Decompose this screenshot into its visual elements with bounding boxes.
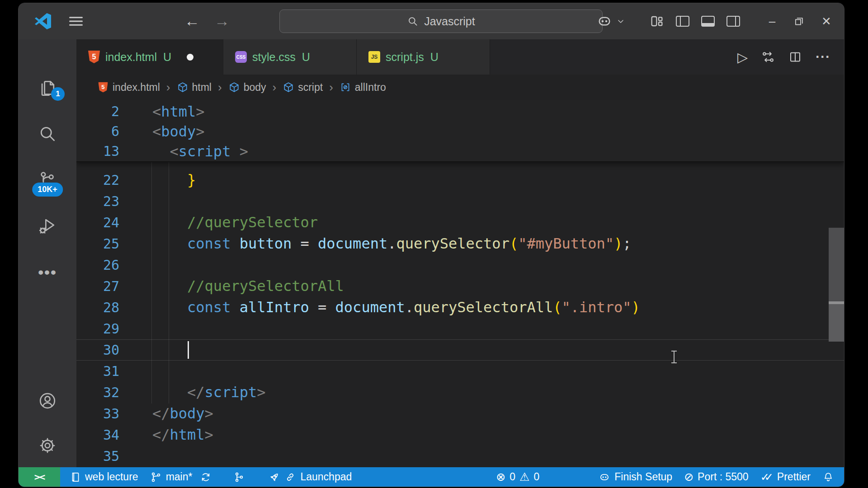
launchpad-item[interactable]: Launchpad <box>263 467 358 487</box>
copilot-button[interactable] <box>596 13 625 29</box>
code-line[interactable]: 23 <box>76 191 844 212</box>
run-file-button[interactable]: ▷ <box>737 49 748 65</box>
search-icon <box>38 124 57 144</box>
text-caret <box>188 341 189 359</box>
command-search-input[interactable]: Javascript <box>279 9 603 33</box>
search-text: Javascript <box>424 15 475 28</box>
remote-indicator[interactable]: >< <box>19 467 60 487</box>
search-button[interactable] <box>19 111 76 157</box>
prettier-item[interactable]: ✓✓ Prettier <box>755 467 816 487</box>
line-number: 29 <box>76 318 119 339</box>
line-content: const allIntro = document.querySelectorA… <box>119 297 640 318</box>
tab-label: style.css <box>252 51 296 64</box>
minimize-button[interactable]: – <box>764 14 780 28</box>
code-line[interactable]: 29 <box>76 318 844 339</box>
problems-item[interactable]: ⊗ 0 ⚠ 0 <box>490 467 545 487</box>
customize-layout-icon[interactable] <box>650 14 664 28</box>
symbol-module-icon <box>283 81 294 93</box>
git-status-badge: U <box>302 51 310 64</box>
split-editor-icon[interactable] <box>788 50 802 64</box>
gear-icon <box>38 436 57 455</box>
back-arrow-button[interactable]: ← <box>182 10 202 31</box>
js-icon: JS <box>368 51 380 63</box>
settings-button[interactable] <box>19 424 76 467</box>
line-content: <body> <box>119 122 205 141</box>
breadcrumb-allintro[interactable]: allIntro <box>340 81 386 94</box>
additional-views-button[interactable]: ••• <box>19 249 76 295</box>
git-graph-icon <box>233 471 245 483</box>
toggle-sidebar-icon[interactable] <box>676 16 689 27</box>
breadcrumb-html[interactable]: html <box>177 81 212 94</box>
sticky-scroll: 2<html>6<body>13 <script > <box>76 100 844 162</box>
git-status-badge: U <box>430 51 439 64</box>
git-branch-item[interactable]: main* <box>144 467 194 487</box>
run-debug-button[interactable] <box>19 203 76 249</box>
search-icon <box>407 15 419 27</box>
explorer-badge: 1 <box>51 87 65 101</box>
code-line[interactable]: 34</html> <box>76 424 844 446</box>
slash-circle-icon: ⊘ <box>684 471 693 483</box>
line-content <box>119 339 152 361</box>
code-line[interactable]: 30 <box>76 339 844 361</box>
rocket-icon <box>269 471 280 483</box>
code-line[interactable]: 28 const allIntro = document.querySelect… <box>76 297 844 318</box>
git-graph-button[interactable] <box>227 467 251 487</box>
tab-style-css[interactable]: CSS style.css U <box>223 39 357 75</box>
open-changes-icon[interactable] <box>761 50 775 64</box>
notifications-button[interactable] <box>816 467 844 487</box>
source-control-button[interactable]: 10K+ <box>19 157 76 203</box>
sync-button[interactable] <box>194 467 217 487</box>
menu-icon[interactable] <box>67 13 85 29</box>
breadcrumb-file[interactable]: 5 index.html <box>97 81 160 94</box>
sticky-line[interactable]: 2<html> <box>76 102 844 122</box>
line-number: 26 <box>76 254 119 276</box>
breadcrumb-body[interactable]: body <box>228 81 266 94</box>
workspace-item[interactable]: web lecture <box>60 467 144 487</box>
sticky-line[interactable]: 13 <script > <box>76 141 844 161</box>
line-content: //querySelector <box>119 212 318 233</box>
tab-index-html[interactable]: 5 index.html U <box>76 39 223 75</box>
code-line[interactable]: 35 <box>76 446 844 467</box>
toggle-panel-icon[interactable] <box>701 16 715 27</box>
code-line[interactable]: 24 //querySelector <box>76 212 844 233</box>
code-line[interactable]: 26 <box>76 254 844 276</box>
tab-label: index.html <box>105 51 157 64</box>
sticky-line[interactable]: 6<body> <box>76 122 844 141</box>
code-line[interactable]: 31 <box>76 361 844 382</box>
line-number: 33 <box>76 403 119 424</box>
forward-arrow-button[interactable]: → <box>212 10 232 31</box>
toggle-secondary-sidebar-icon[interactable] <box>726 16 740 27</box>
symbol-module-icon <box>228 81 240 93</box>
git-status-badge: U <box>163 51 171 64</box>
double-check-icon: ✓✓ <box>760 471 773 483</box>
line-number: 6 <box>76 122 119 141</box>
account-button[interactable] <box>19 378 76 424</box>
scrollbar-thumb-lower[interactable] <box>829 304 844 342</box>
activity-bar: 1 10K+ • <box>19 39 76 467</box>
css-icon: CSS <box>235 51 247 63</box>
more-actions-button[interactable]: ··· <box>816 49 830 65</box>
code-lines: 22 }2324 //querySelector25 const button … <box>76 162 844 467</box>
copilot-icon <box>599 471 610 483</box>
vscode-logo-icon <box>34 12 52 30</box>
editor[interactable]: 2<html>6<body>13 <script > 22 }2324 //qu… <box>76 100 844 467</box>
tab-script-js[interactable]: JS script.js U <box>357 39 490 75</box>
restore-button[interactable] <box>792 14 807 28</box>
explorer-button[interactable]: 1 <box>19 65 76 111</box>
line-content <box>119 446 152 467</box>
ellipsis-icon: ••• <box>38 263 57 281</box>
code-line[interactable]: 25 const button = document.querySelector… <box>76 233 844 254</box>
breadcrumb-script[interactable]: script <box>283 81 323 94</box>
mouse-ibeam-cursor <box>670 351 678 364</box>
code-line[interactable]: 27 //querySelectorAll <box>76 276 844 297</box>
close-button[interactable]: ✕ <box>819 14 834 28</box>
modified-dot-icon[interactable] <box>187 54 193 61</box>
line-number: 24 <box>76 212 119 233</box>
live-server-port-item[interactable]: ⊘ Port : 5500 <box>678 467 754 487</box>
status-bar: >< web lecture main* <box>19 467 844 487</box>
symbol-variable-icon <box>340 81 351 93</box>
code-line[interactable]: 32 </script> <box>76 382 844 403</box>
code-line[interactable]: 22 } <box>76 169 844 191</box>
copilot-setup-item[interactable]: Finish Setup <box>593 467 678 487</box>
code-line[interactable]: 33</body> <box>76 403 844 424</box>
